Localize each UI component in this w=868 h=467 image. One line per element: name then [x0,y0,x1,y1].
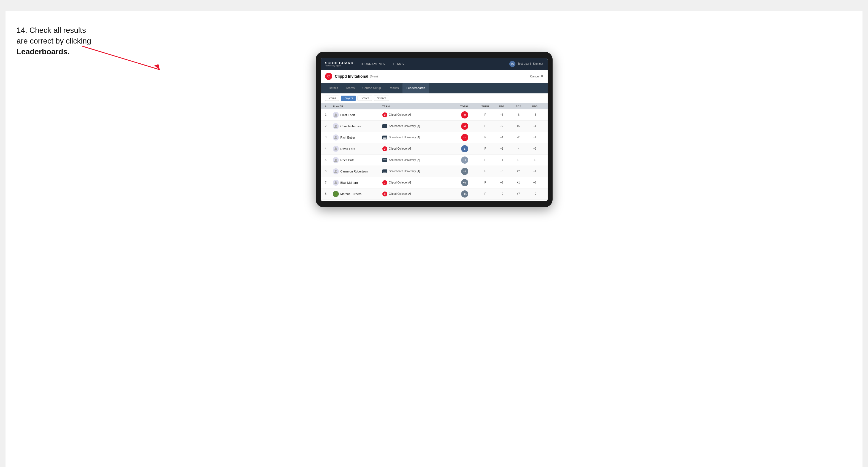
player-avatar [333,123,339,129]
total-cell: +1 [452,156,477,164]
score-badge: E [461,145,468,152]
col-rd1: RD1 [494,105,510,108]
team-cell: Scoreboard University [A] [382,135,452,139]
tournament-logo: C [325,73,332,80]
rd2-cell: +1 [510,181,527,184]
nav-link-tournaments[interactable]: TOURNAMENTS [359,62,386,66]
row-pos: 1 [325,113,333,116]
total-cell: +11 [452,190,477,197]
score-badge: -8 [461,111,468,119]
table-row[interactable]: 1 Elliot Ebert C Clippd College [A] -8 F… [321,110,548,121]
player-avatar: 🌿 [333,191,339,197]
team-cell: Scoreboard University [A] [382,124,452,128]
svg-point-3 [335,125,337,126]
nav-bar: SCOREBOARD Powered by clippd TOURNAMENTS… [321,58,548,70]
table-row[interactable]: 4 David Ford C Clippd College [A] E F +1… [321,143,548,155]
filter-teams-button[interactable]: Teams [325,96,339,101]
nav-user: TU Test User | Sign out [509,61,543,67]
logo-title: SCOREBOARD [325,61,354,65]
nav-username: Test User | [518,62,531,65]
player-cell: Rich Butler [333,134,382,141]
rd2-cell: -6 [510,113,527,116]
tab-details[interactable]: Details [325,83,342,93]
rd2-cell: +2 [510,170,527,173]
instruction-block: 14. Check all results are correct by cli… [17,25,121,57]
tournament-header: C Clippd Invitational (Men) Cancel ✕ [321,70,548,83]
table-body: 1 Elliot Ebert C Clippd College [A] -8 F… [321,110,548,200]
team-name: Scoreboard University [A] [389,170,420,173]
tab-bar: Details Teams Course Setup Results Leade… [321,83,548,93]
rd1-cell: +2 [494,192,510,195]
filter-players-button[interactable]: Players [341,96,356,101]
team-name: Scoreboard University [A] [389,136,420,139]
tab-teams[interactable]: Teams [342,83,359,93]
team-logo-rect [382,135,387,139]
filter-strokes-button[interactable]: Strokes [374,96,389,101]
table-row[interactable]: 2 Chris Robertson Scoreboard University … [321,121,548,132]
rd2-cell: -2 [510,136,527,139]
rd3-cell: E [527,158,543,161]
rd1-cell: +5 [494,170,510,173]
cancel-button[interactable]: Cancel ✕ [530,74,543,78]
tablet-device: SCOREBOARD Powered by clippd TOURNAMENTS… [316,52,553,207]
tab-leaderboards[interactable]: Leaderboards [402,83,429,93]
table-row[interactable]: 3 Rich Butler Scoreboard University [A] … [321,132,548,143]
player-avatar [333,180,339,186]
row-pos: 8 [325,192,333,195]
table-header: # PLAYER TEAM TOTAL THRU RD1 RD2 RD3 [321,103,548,110]
player-avatar [333,168,339,175]
score-badge: +11 [461,190,468,197]
rd2-cell: +5 [510,125,527,128]
svg-point-6 [335,159,337,160]
player-avatar [333,146,339,152]
rd3-cell: -1 [527,170,543,173]
tournament-title: Clippd Invitational [335,74,368,79]
score-badge: +6 [461,168,468,175]
row-pos: 3 [325,136,333,139]
nav-link-teams[interactable]: TEAMS [392,62,405,66]
score-badge: -4 [461,123,468,130]
player-name: Elliot Ebert [340,113,355,117]
team-logo-c: C [382,146,387,151]
score-badge: +9 [461,179,468,186]
rd2-cell: E [510,158,527,161]
instruction-line1: 14. Check all results [17,26,86,34]
total-cell: +9 [452,179,477,186]
team-name: Scoreboard University [A] [389,125,420,128]
tablet-screen: SCOREBOARD Powered by clippd TOURNAMENTS… [321,58,548,201]
team-logo-rect [382,158,387,162]
filter-scores-button[interactable]: Scores [358,96,372,101]
col-hash: # [325,105,333,108]
svg-marker-1 [154,64,160,70]
table-row[interactable]: 6 Cameron Robertson Scoreboard Universit… [321,166,548,177]
rd2-cell: -4 [510,147,527,150]
instruction-line3: Leaderboards. [17,48,70,56]
svg-point-2 [335,114,337,115]
team-name: Clippd College [A] [389,147,411,150]
rd1-cell: +1 [494,147,510,150]
nav-links: TOURNAMENTS TEAMS [359,62,509,66]
player-cell: Chris Robertson [333,123,382,129]
thru-cell: F [477,170,494,173]
total-cell: E [452,145,477,152]
player-name: Marcus Turners [340,192,362,196]
tab-course-setup[interactable]: Course Setup [359,83,385,93]
svg-point-8 [335,181,337,183]
thru-cell: F [477,147,494,150]
tab-results[interactable]: Results [385,83,403,93]
signout-link[interactable]: Sign out [533,62,543,65]
table-row[interactable]: 8 🌿 Marcus Turners C Clippd College [A] … [321,188,548,200]
thru-cell: F [477,192,494,195]
team-logo-c: C [382,113,387,117]
table-row[interactable]: 5 Rees Britt Scoreboard University [A] +… [321,155,548,166]
col-rd2: RD2 [510,105,527,108]
team-logo-c: C [382,191,387,196]
player-avatar [333,134,339,141]
tournament-gender: (Men) [370,75,378,78]
table-row[interactable]: 7 Blair McHarg C Clippd College [A] +9 F… [321,177,548,188]
rd1-cell: +1 [494,136,510,139]
team-cell: C Clippd College [A] [382,191,452,196]
total-cell: +6 [452,168,477,175]
team-logo-c: C [382,180,387,185]
row-pos: 7 [325,181,333,184]
